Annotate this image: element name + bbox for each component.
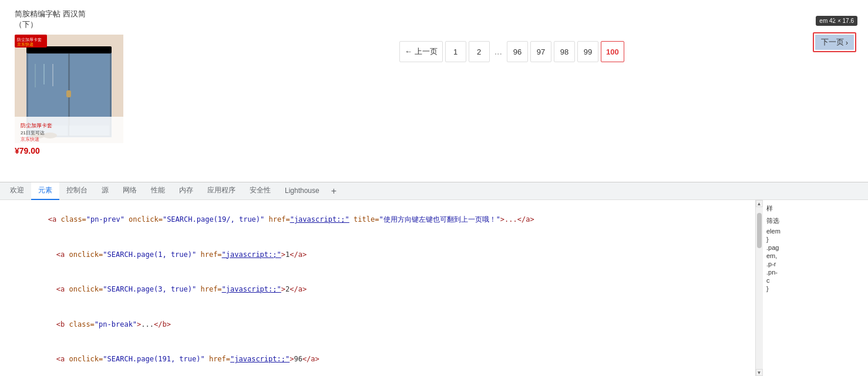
tab-security[interactable]: 安全性 xyxy=(243,182,278,200)
tab-sources[interactable]: 源 xyxy=(95,182,116,200)
right-panel-label-2: 筛选 xyxy=(766,216,864,226)
page-1-button[interactable]: 1 xyxy=(445,41,466,62)
pagination-area: ← 上一页 1 2 ... 96 97 98 99 100 xyxy=(399,41,624,62)
next-page-label: 下一页 xyxy=(821,37,844,48)
devtools-main-panel: <a class="pn-prev" onclick="SEARCH.page(… xyxy=(0,200,755,376)
scrollbar-up-button[interactable]: ▲ xyxy=(756,200,763,207)
code-line-4[interactable]: <b class="pn-break">...</b> xyxy=(0,307,755,343)
code-line-2[interactable]: <a onclick="SEARCH.page(1, true)" href="… xyxy=(0,238,755,273)
right-panel-em: em, xyxy=(766,252,864,259)
code-line-5[interactable]: <a onclick="SEARCH.page(191, true)" href… xyxy=(0,342,755,376)
right-panel-pr: .p-r xyxy=(766,260,864,267)
devtools-panel: 欢迎 元素 控制台 源 网络 性能 内存 应用程序 安全性 Lighthouse… xyxy=(0,182,868,376)
right-panel-label-1: 样 xyxy=(766,204,864,214)
tab-welcome[interactable]: 欢迎 xyxy=(3,182,31,200)
tab-application[interactable]: 应用程序 xyxy=(200,182,243,200)
tab-performance[interactable]: 性能 xyxy=(144,182,172,200)
scrollbar-down-button[interactable]: ▼ xyxy=(756,369,763,376)
add-tab-button[interactable]: + xyxy=(327,182,341,200)
svg-text:京东快递: 京东快递 xyxy=(21,137,39,142)
scrollbar-thumb[interactable] xyxy=(757,213,762,248)
product-card: 简胺精编字帖 西汉简 （下） xyxy=(12,6,147,158)
product-title: 简胺精编字帖 西汉简 （下） xyxy=(15,9,144,30)
svg-text:京东快递: 京东快递 xyxy=(17,42,33,46)
tooltip-arrow-icon xyxy=(832,16,842,22)
product-price: ¥79.00 xyxy=(15,146,144,155)
next-arrow-icon: › xyxy=(846,38,848,47)
devtools-tabbar: 欢迎 元素 控制台 源 网络 性能 内存 应用程序 安全性 Lighthouse… xyxy=(0,182,868,200)
code-line-1[interactable]: <a class="pn-prev" onclick="SEARCH.page(… xyxy=(0,202,755,238)
prev-page-button[interactable]: ← 上一页 xyxy=(399,41,443,62)
right-panel-elem: elem xyxy=(766,228,864,235)
tab-lighthouse[interactable]: Lighthouse xyxy=(278,182,327,200)
next-page-inner: 下一页 › xyxy=(815,35,854,50)
svg-rect-4 xyxy=(66,90,71,97)
devtools-scrollbar[interactable]: ▲ ▼ xyxy=(755,200,762,376)
right-panel-pn: .pn- xyxy=(766,269,864,276)
em-tooltip: em 42 × 17.6 xyxy=(816,16,857,26)
tab-memory[interactable]: 内存 xyxy=(172,182,200,200)
product-image[interactable]: 防尘加厚卡套 21日至可达 京东快递 防尘加厚卡套 京东快递 xyxy=(15,35,123,143)
page-98-button[interactable]: 98 xyxy=(554,41,575,62)
tab-console[interactable]: 控制台 xyxy=(59,182,95,200)
scrollbar-track[interactable] xyxy=(756,207,763,369)
page-2-button[interactable]: 2 xyxy=(469,41,490,62)
right-panel-brace1: } xyxy=(766,236,864,243)
code-line-3[interactable]: <a onclick="SEARCH.page(3, true)" href="… xyxy=(0,272,755,307)
tab-network[interactable]: 网络 xyxy=(116,182,144,200)
devtools-content: <a class="pn-prev" onclick="SEARCH.page(… xyxy=(0,200,868,376)
page-100-button[interactable]: 100 xyxy=(601,41,624,62)
svg-text:防尘加厚卡套: 防尘加厚卡套 xyxy=(21,123,52,128)
svg-text:防尘加厚卡套: 防尘加厚卡套 xyxy=(17,38,42,42)
top-area: 简胺精编字帖 西汉简 （下） xyxy=(0,0,868,182)
right-panel-brace2: } xyxy=(766,285,864,292)
tab-elements[interactable]: 元素 xyxy=(31,182,59,200)
pagination-dots: ... xyxy=(492,46,504,57)
right-panel-page: .pag xyxy=(766,244,864,251)
page-96-button[interactable]: 96 xyxy=(507,41,528,62)
page-99-button[interactable]: 99 xyxy=(577,41,598,62)
svg-text:21日至可达: 21日至可达 xyxy=(21,130,45,136)
next-page-box[interactable]: 下一页 › xyxy=(813,32,856,52)
page-97-button[interactable]: 97 xyxy=(530,41,551,62)
right-panel-c: c xyxy=(766,277,864,284)
devtools-right-panel: 样 筛选 elem } .pag em, .p-r .pn- c } xyxy=(762,200,868,376)
